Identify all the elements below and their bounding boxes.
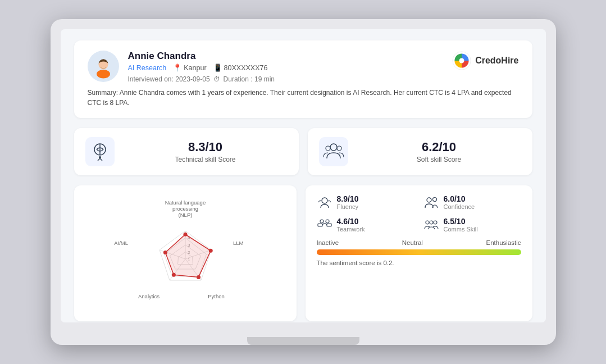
teamwork-label: Teamwork — [337, 226, 414, 233]
svg-text:processing: processing — [172, 206, 198, 212]
svg-point-42 — [427, 198, 431, 202]
svg-text:Python: Python — [208, 293, 225, 299]
svg-rect-45 — [327, 224, 331, 226]
confidence-item: 6.0/10 Confidence — [423, 194, 521, 210]
laptop-frame: Annie Chandra AI Research 📍 Kanpur 📱 80X… — [51, 19, 556, 345]
profile-meta: AI Research 📍 Kanpur 📱 80XXXXXX76 — [128, 63, 443, 72]
phone-icon: 📱 — [213, 63, 222, 72]
profile-info: Annie Chandra AI Research 📍 Kanpur 📱 80X… — [128, 51, 443, 83]
brand-name: CredoHire — [475, 56, 518, 66]
candidate-phone: 📱 80XXXXXX76 — [213, 63, 268, 72]
fluency-label: Fluency — [337, 203, 414, 210]
teamwork-item: 4.6/10 Teamwork — [317, 217, 414, 233]
svg-point-38 — [197, 275, 201, 279]
sentiment-enthusiastic: Enthusiastic — [486, 239, 521, 246]
technical-score-card: 8.3/10 Technical skill Score — [74, 128, 299, 175]
svg-point-41 — [322, 198, 327, 203]
svg-point-39 — [171, 273, 175, 277]
svg-rect-11 — [319, 137, 348, 166]
radar-chart: Natural language processing (NLP) LLM Py… — [112, 194, 258, 312]
laptop-base — [247, 337, 359, 345]
candidate-role: AI Research — [128, 64, 167, 72]
svg-point-50 — [434, 221, 437, 224]
duration: Duration : 19 min — [224, 75, 275, 83]
sentiment-text: The sentiment score is 0.2. — [317, 260, 521, 266]
teamwork-score: 4.6/10 — [337, 217, 414, 226]
skill-row-2: 4.6/10 Teamwork — [317, 217, 521, 233]
skill-row-1: 8.9/10 Fluency — [317, 194, 521, 210]
sentiment-bar — [317, 249, 521, 255]
profile-card: Annie Chandra AI Research 📍 Kanpur 📱 80X… — [74, 40, 532, 118]
svg-point-1 — [97, 70, 110, 78]
comms-detail: 6.5/10 Comms Skill — [444, 217, 521, 233]
soft-score-label: Soft skill Score — [357, 156, 521, 163]
credohire-logo: CredoHire — [452, 51, 518, 71]
radar-chart-card: Natural language processing (NLP) LLM Py… — [74, 185, 297, 321]
profile-interview-info: Interviewed on: 2023-09-05 ⏱ Duration : … — [128, 75, 443, 83]
technical-icon — [85, 137, 115, 166]
sentiment-inactive: Inactive — [317, 239, 339, 246]
sentiment-section: Inactive Neutral Enthusiastic The sentim… — [317, 239, 521, 266]
sentiment-neutral: Neutral — [402, 239, 423, 246]
profile-summary: Summary: Annie Chandra comes with 1 year… — [88, 88, 519, 108]
teamwork-detail: 4.6/10 Teamwork — [337, 217, 414, 233]
bottom-row: Natural language processing (NLP) LLM Py… — [74, 185, 532, 321]
svg-point-46 — [320, 220, 323, 223]
sentiment-labels: Inactive Neutral Enthusiastic — [317, 239, 521, 246]
skills-detail-card: 8.9/10 Fluency — [306, 185, 532, 321]
svg-point-4 — [459, 58, 464, 63]
fluency-detail: 8.9/10 Fluency — [337, 194, 414, 210]
svg-point-8 — [99, 156, 101, 158]
comms-score: 6.5/10 — [444, 217, 521, 226]
svg-point-36 — [183, 233, 187, 236]
profile-header: Annie Chandra AI Research 📍 Kanpur 📱 80X… — [88, 51, 519, 83]
candidate-location: 📍 Kanpur — [173, 63, 206, 72]
confidence-detail: 6.0/10 Confidence — [444, 194, 521, 210]
fluency-score: 8.9/10 — [337, 194, 414, 203]
location-icon: 📍 — [173, 63, 182, 72]
svg-text:Natural language: Natural language — [165, 199, 205, 206]
confidence-icon — [423, 194, 439, 210]
fluency-item: 8.9/10 Fluency — [317, 194, 414, 210]
interviewed-on: Interviewed on: 2023-09-05 — [128, 75, 210, 83]
confidence-label: Confidence — [444, 203, 521, 210]
clock-icon: ⏱ — [213, 75, 220, 83]
svg-text:AI/ML: AI/ML — [114, 240, 128, 246]
confidence-score: 6.0/10 — [444, 194, 521, 203]
avatar — [88, 51, 119, 82]
laptop-screen: Annie Chandra AI Research 📍 Kanpur 📱 80X… — [61, 29, 546, 322]
svg-text:LLM: LLM — [233, 240, 244, 246]
comms-icon — [423, 217, 439, 233]
fluency-icon — [317, 194, 332, 210]
svg-point-37 — [208, 249, 212, 253]
soft-score-card: 6.2/10 Soft skill Score — [308, 128, 532, 175]
soft-score-info: 6.2/10 Soft skill Score — [357, 140, 521, 163]
technical-score-label: Technical skill Score — [124, 156, 288, 163]
teamwork-icon — [317, 217, 332, 233]
screen-content: Annie Chandra AI Research 📍 Kanpur 📱 80X… — [61, 29, 546, 322]
technical-score-value: 8.3/10 — [124, 140, 288, 154]
scores-row: 8.3/10 Technical skill Score — [74, 128, 532, 175]
svg-rect-44 — [318, 224, 322, 226]
svg-point-48 — [426, 221, 429, 224]
candidate-name: Annie Chandra — [128, 51, 443, 62]
soft-icon — [319, 137, 348, 166]
comms-label: Comms Skill — [444, 226, 521, 233]
svg-point-40 — [163, 251, 167, 254]
svg-point-43 — [432, 198, 436, 202]
svg-point-49 — [430, 221, 433, 224]
svg-text:Analytics: Analytics — [138, 293, 159, 299]
comms-item: 6.5/10 Comms Skill — [423, 217, 521, 233]
technical-score-info: 8.3/10 Technical skill Score — [124, 140, 288, 163]
soft-score-value: 6.2/10 — [357, 140, 521, 154]
svg-point-47 — [326, 220, 329, 223]
svg-text:(NLP): (NLP) — [178, 212, 192, 218]
